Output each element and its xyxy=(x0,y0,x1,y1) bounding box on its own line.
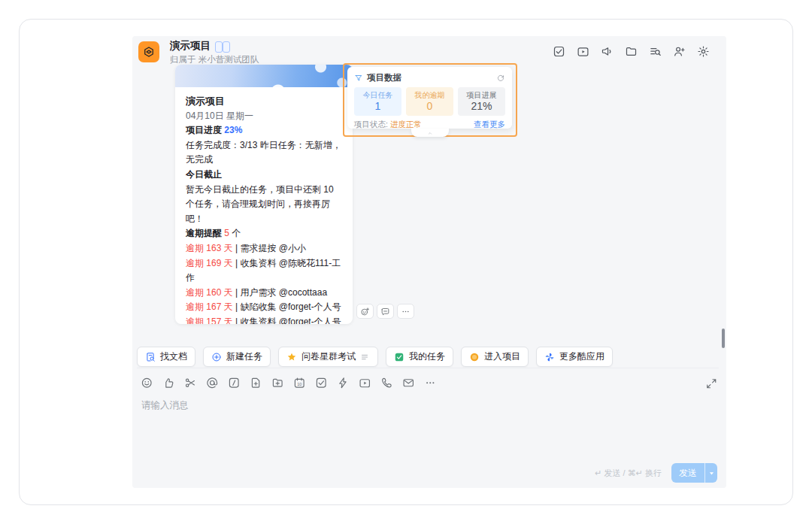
check-green-icon xyxy=(394,352,404,362)
data-panel-title: 项目数据 xyxy=(367,72,401,83)
reaction-icon xyxy=(360,307,370,317)
comment-icon xyxy=(380,307,390,317)
expand-icon xyxy=(705,377,718,390)
pill-label: 问卷星群考试 xyxy=(301,350,356,363)
progress-label: 项目进度 xyxy=(186,125,222,135)
command-button[interactable] xyxy=(228,377,241,389)
star-icon xyxy=(286,352,297,362)
find-docs-button[interactable]: 找文档 xyxy=(137,347,195,367)
progress-value: 23% xyxy=(224,125,242,135)
thumb-icon xyxy=(162,377,175,389)
stats-row: 今日任务1我的逾期0项目进展21% xyxy=(354,87,505,116)
badge-project xyxy=(223,41,230,53)
video-icon xyxy=(577,45,589,58)
add-reaction-button[interactable] xyxy=(356,304,374,319)
emoji-button[interactable] xyxy=(141,377,153,389)
overdue-count: 5 xyxy=(224,228,229,238)
stat-my-overdue: 我的逾期0 xyxy=(406,87,453,116)
composer-toolbar xyxy=(141,377,437,389)
buzz-button[interactable] xyxy=(337,377,350,389)
pill-label: 我的任务 xyxy=(409,350,445,363)
completion-line: 任务完成度：3/13 昨日任务：无新增，无完成 xyxy=(186,138,342,168)
overdue-title: 逾期提醒 xyxy=(186,228,222,238)
pinwheel-icon xyxy=(544,352,555,362)
more-icon xyxy=(401,307,411,317)
send-file-button[interactable] xyxy=(271,377,284,389)
message-more-button[interactable] xyxy=(397,304,414,319)
overdue-item: 逾期 169 天 | 收集资料 @陈晓花111-工作 xyxy=(186,256,342,286)
folder-plus-icon xyxy=(271,377,284,389)
video-meeting-button[interactable] xyxy=(577,45,589,58)
chat-title: 演示项目 xyxy=(170,41,211,51)
comment-button[interactable] xyxy=(377,304,394,319)
toolbar-more-button[interactable] xyxy=(424,377,437,389)
expand-composer-button[interactable] xyxy=(705,377,718,390)
mention-button[interactable] xyxy=(206,377,219,389)
project-logo-icon xyxy=(142,45,156,59)
my-tasks-button[interactable]: 我的任务 xyxy=(386,347,453,367)
project-avatar[interactable] xyxy=(138,41,159,62)
survey-exam-button[interactable]: 问卷星群考试 xyxy=(278,347,378,367)
screenshot-button[interactable] xyxy=(184,377,197,389)
thumbs-up-button[interactable] xyxy=(162,377,175,389)
refresh-icon xyxy=(496,74,505,83)
funnel-icon xyxy=(354,74,363,83)
badge-list xyxy=(215,40,230,52)
pill-label: 找文档 xyxy=(160,350,187,363)
deadline-text: 暂无今日截止的任务，项目中还剩 10 个任务，请合理规划时间，再接再厉吧！ xyxy=(186,183,342,227)
status-label: 项目状态: xyxy=(354,120,388,130)
tasks-button[interactable] xyxy=(553,45,565,58)
zap-icon xyxy=(337,377,350,389)
user-plus-icon xyxy=(673,45,686,58)
send-button[interactable]: 发送 xyxy=(671,463,717,483)
task-check-icon xyxy=(315,377,328,389)
scrollbar-thumb[interactable] xyxy=(722,329,725,348)
pill-menu-icon[interactable] xyxy=(359,352,370,362)
more-icon xyxy=(424,377,437,389)
stat-today-tasks: 今日任务1 xyxy=(354,87,401,116)
coin-icon xyxy=(469,352,480,362)
chat-header: 演示项目 归属于 米小昔测试团队 xyxy=(132,36,726,66)
files-button[interactable] xyxy=(625,45,638,58)
announcement-button[interactable] xyxy=(601,45,614,58)
at-icon xyxy=(206,377,219,389)
send-options-caret[interactable] xyxy=(704,463,717,483)
message-actions xyxy=(356,304,414,319)
file-plus-icon xyxy=(250,377,262,389)
view-more-link[interactable]: 查看更多 xyxy=(474,120,505,130)
refresh-button[interactable] xyxy=(496,74,505,83)
folder-icon xyxy=(625,45,638,58)
gear-icon xyxy=(697,45,710,58)
calendar-button[interactable] xyxy=(293,377,306,389)
badge-internal xyxy=(215,41,223,53)
task-check-icon xyxy=(553,45,565,58)
megaphone-icon xyxy=(601,45,614,58)
card-title: 演示项目 xyxy=(186,94,342,109)
voice-call-button[interactable] xyxy=(380,377,393,389)
mail-icon xyxy=(402,377,415,389)
app-window: 演示项目 归属于 米小昔测试团队 演示项目 04月10日 星期一 项目进度 23… xyxy=(19,19,793,505)
deadline-title: 今日截止 xyxy=(186,168,342,183)
emoji-icon xyxy=(141,377,153,389)
video-call-button[interactable] xyxy=(359,377,371,389)
video-icon xyxy=(359,377,371,389)
create-task-button[interactable] xyxy=(315,377,328,389)
plus-circle-icon xyxy=(211,352,222,362)
chat-search-button[interactable] xyxy=(649,45,662,58)
settings-button[interactable] xyxy=(697,45,710,58)
overdue-item: 逾期 167 天 | 缺陷收集 @forget-个人号 xyxy=(186,300,342,315)
header-actions xyxy=(553,40,719,58)
message-input[interactable]: 请输入消息 xyxy=(137,399,719,412)
chevron-up-icon xyxy=(426,130,435,136)
new-doc-button[interactable] xyxy=(250,377,262,389)
more-apps-button[interactable]: 更多酷应用 xyxy=(536,347,613,367)
overdue-list: 逾期 163 天 | 需求提按 @小小逾期 169 天 | 收集资料 @陈晓花1… xyxy=(186,241,342,324)
email-button[interactable] xyxy=(402,377,415,389)
slash-icon xyxy=(228,377,241,389)
quick-actions-bar: 找文档 新建任务 问卷星群考试 我的任务 进入项目 xyxy=(137,347,613,367)
add-member-button[interactable] xyxy=(673,45,686,58)
enter-project-button[interactable]: 进入项目 xyxy=(461,347,529,367)
collapse-panel-button[interactable] xyxy=(411,129,449,137)
caret-down-icon xyxy=(708,470,715,477)
new-task-button[interactable]: 新建任务 xyxy=(203,347,271,367)
